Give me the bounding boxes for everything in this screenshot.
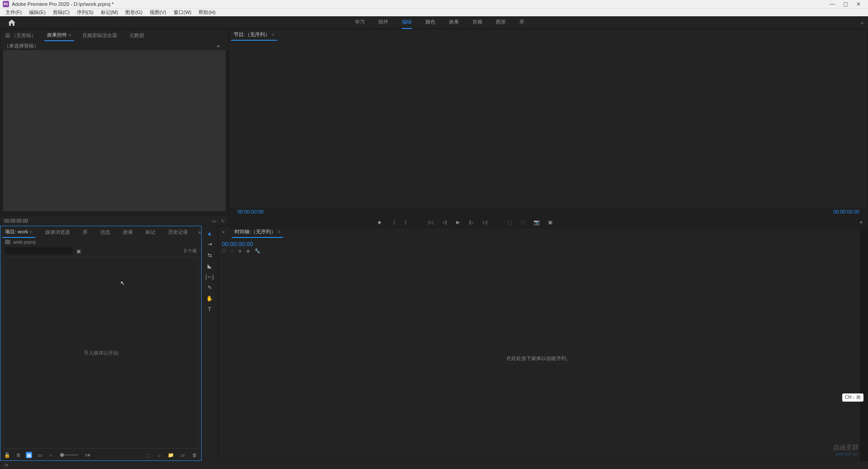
menu-clip[interactable]: 剪辑(C) (49, 9, 73, 16)
pen-tool[interactable]: ✎ (205, 284, 214, 292)
project-drop-zone[interactable]: 导入媒体以开始 ↖ (3, 257, 198, 449)
project-search-input[interactable] (5, 247, 72, 255)
panel-menu-icon[interactable]: ≡ (278, 229, 281, 234)
workspace-tab-library[interactable]: 库 (519, 16, 524, 29)
tab-library[interactable]: 库 (80, 227, 90, 237)
audio-meters (859, 226, 868, 461)
timeline-settings-icon[interactable]: ◆ (246, 248, 250, 253)
timeline-marker-icon[interactable]: ◈ (238, 248, 242, 253)
menu-edit[interactable]: 编辑(E) (25, 9, 49, 16)
timeline-drop-label: 在此处放下媒体以创建序列。 (506, 355, 571, 362)
marker-icon[interactable]: ◆ (376, 219, 383, 225)
project-panel-tabs: 项目: work≡ 媒体浏览器 库 信息 效果 标记 历史记录 » (0, 226, 201, 238)
expand-arrow-icon[interactable]: ▸ (217, 43, 220, 49)
effect-controls-view (3, 50, 226, 211)
type-tool[interactable]: T (205, 305, 214, 313)
menu-window[interactable]: 窗口(W) (170, 9, 195, 16)
go-to-in-icon[interactable]: |◁ (427, 219, 434, 225)
menu-help[interactable]: 帮助(H) (195, 9, 219, 16)
workspace-tab-audio[interactable]: 音频 (472, 16, 482, 29)
maximize-button[interactable]: ▢ (843, 1, 848, 7)
play-icon[interactable]: ▶ (454, 219, 462, 225)
home-icon[interactable] (5, 18, 19, 28)
filter-icon[interactable]: ▣ (76, 248, 81, 254)
step-forward-icon[interactable]: |▷ (468, 219, 475, 225)
in-point-icon[interactable]: ｛ (389, 219, 396, 226)
workspace-tab-edit[interactable]: 编辑 (402, 16, 412, 29)
new-item-icon[interactable]: ▱ (179, 452, 186, 458)
workspace-tab-effects[interactable]: 效果 (449, 16, 459, 29)
workspace-tab-assembly[interactable]: 组件 (378, 16, 388, 29)
minimize-button[interactable]: — (830, 1, 835, 7)
workspace-tab-graphics[interactable]: 图形 (496, 16, 506, 29)
go-to-out-icon[interactable]: ▷| (481, 219, 489, 225)
timeline-body[interactable]: 在此处放下媒体以创建序列。 (218, 256, 859, 460)
timeline-close-icon[interactable]: × (222, 229, 225, 235)
tab-metadata[interactable]: 元数据 (127, 30, 147, 41)
comparison-icon[interactable]: ▣ (547, 219, 554, 225)
import-media-label: 导入媒体以开始 (84, 350, 118, 356)
source-footer: 00:00:00:00 ▹▹ ↻ (0, 216, 228, 225)
tab-project[interactable]: 项目: work≡ (2, 227, 35, 238)
project-tabs-overflow-icon[interactable]: » (198, 229, 201, 235)
tab-effect-controls[interactable]: 效果控件≡ (44, 30, 74, 41)
panel-menu-icon[interactable]: ≡ (272, 32, 274, 37)
thumbnail-zoom-slider[interactable] (60, 455, 78, 455)
tab-source[interactable]: 源:（无剪辑） (2, 30, 39, 41)
tab-markers[interactable]: 标记 (143, 227, 158, 237)
program-timecode-right: 00:00:00:00 (833, 209, 859, 214)
timeline-snap-icon[interactable]: ⬡ (222, 248, 226, 253)
out-point-icon[interactable]: ｝ (403, 219, 410, 226)
step-back-icon[interactable]: ◁| (441, 219, 448, 225)
ime-badge[interactable]: CH ↓ 简 (842, 393, 863, 402)
timeline-timecode[interactable]: 00;00;00;00 (222, 241, 855, 247)
menu-marker[interactable]: 标记(M) (97, 9, 122, 16)
icon-view-icon[interactable]: ▦ (26, 452, 32, 458)
timeline-link-icon[interactable]: ∩ (231, 248, 234, 253)
workspace-overflow-icon[interactable]: » (861, 20, 863, 25)
selection-tool[interactable]: ▲ (205, 229, 214, 237)
find-icon[interactable]: ⌕ (156, 452, 162, 458)
extract-icon[interactable]: ⬚ (519, 219, 527, 225)
panel-menu-icon[interactable]: ≡ (30, 229, 33, 234)
slip-tool[interactable]: |↔| (205, 273, 214, 281)
source-timecode: 00:00:00:00 (4, 218, 28, 223)
track-select-tool[interactable]: ⇥ (205, 240, 214, 248)
export-frame-icon[interactable]: 📷 (533, 219, 540, 225)
source-play-icon[interactable]: ▹▹ (212, 218, 217, 223)
close-button[interactable]: ✕ (856, 1, 861, 7)
new-bin-icon[interactable]: 📁 (168, 452, 174, 458)
menu-sequence[interactable]: 序列(S) (73, 9, 97, 16)
workspace-tab-learn[interactable]: 学习 (355, 16, 365, 29)
list-view-icon[interactable]: ≣ (15, 452, 21, 458)
source-loop-icon[interactable]: ↻ (221, 218, 225, 223)
sort-icon[interactable]: ≡▾ (85, 452, 91, 458)
tab-effects[interactable]: 效果 (120, 227, 136, 237)
tab-history[interactable]: 历史记录 (165, 227, 191, 237)
workspace-bar: 学习 组件 编辑 颜色 效果 音频 图形 库 » (0, 16, 868, 29)
workspace-tab-color[interactable]: 颜色 (425, 16, 435, 29)
program-panel-tabs: 节目:（无序列）≡ (229, 29, 868, 41)
menu-view[interactable]: 视图(V) (146, 9, 170, 16)
tab-media-browser[interactable]: 媒体浏览器 (42, 227, 73, 237)
lift-icon[interactable]: ⬚ (506, 219, 513, 225)
add-control-icon[interactable]: + (859, 218, 863, 226)
mouse-cursor-icon: ↖ (120, 280, 125, 286)
ripple-edit-tool[interactable]: ⇆ (205, 251, 214, 259)
tab-info[interactable]: 信息 (98, 227, 113, 237)
hand-tool[interactable]: ✋ (205, 294, 214, 303)
razor-tool[interactable]: ◣ (205, 262, 214, 270)
tab-audio-clip-mixer[interactable]: 音频剪辑混合器: (80, 30, 121, 41)
panel-menu-icon[interactable]: ≡ (69, 33, 71, 38)
menu-file[interactable]: 文件(F) (2, 9, 25, 16)
delete-icon[interactable]: 🗑 (191, 452, 198, 458)
freeform-view-icon[interactable]: ▭ (37, 452, 43, 458)
automate-sequence-icon[interactable]: ⬚ (144, 452, 151, 458)
menu-graphics[interactable]: 图形(G) (122, 9, 146, 16)
source-panel-tabs: 源:（无剪辑） 效果控件≡ 音频剪辑混合器: 元数据 (0, 29, 228, 41)
writable-icon[interactable]: 🔓 (4, 452, 10, 458)
timeline-wrench-icon[interactable]: 🔧 (255, 248, 260, 253)
project-bottom-toolbar: 🔓 ≣ ▦ ▭ ○ ≡▾ ⬚ ⌕ 📁 ▱ 🗑 (0, 450, 201, 460)
watermark-url: www.527.vin (833, 452, 858, 456)
tab-program[interactable]: 节目:（无序列）≡ (231, 29, 277, 41)
